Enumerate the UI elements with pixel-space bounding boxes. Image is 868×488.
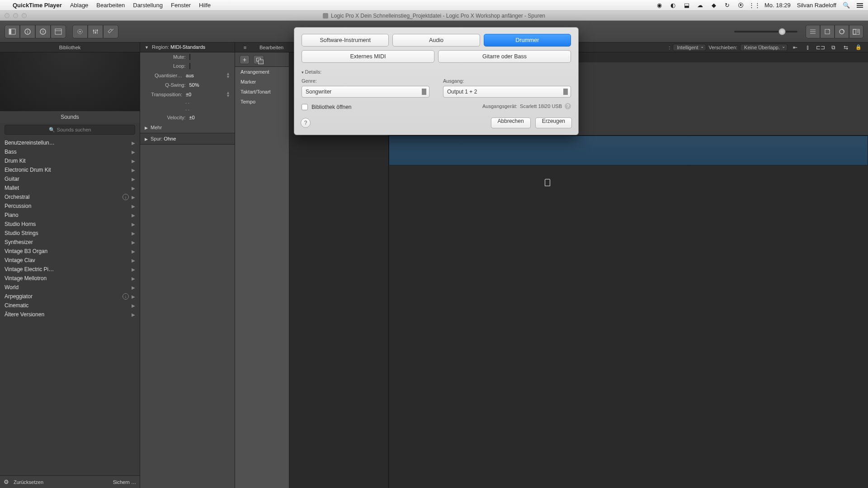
app-name[interactable]: QuickTime Player [13,2,62,9]
timemachine-icon[interactable]: ↻ [724,2,731,9]
snap-mode-select[interactable]: Intelligent [673,44,706,51]
list-item[interactable]: Vintage Electric Pi…▶ [0,265,140,274]
list-item[interactable]: Percussion▶ [0,202,140,211]
drag-mode-select[interactable]: Keine Überlapp. [740,44,788,51]
cancel-button[interactable]: Abbrechen [491,117,531,128]
menu-darstellung[interactable]: Darstellung [133,2,163,9]
cloud-icon[interactable]: ☁ [697,2,704,9]
global-track-arrangement[interactable]: Arrangement [235,67,289,77]
menu-ablage[interactable]: Ablage [70,2,88,9]
edit-menu-icon[interactable]: ≡ [239,45,251,50]
snap-align-icon[interactable]: ⫿ [803,43,813,52]
search-icon[interactable]: 🔍 [843,2,850,9]
list-item[interactable]: Drum Kit▶ [0,156,140,165]
add-track-button[interactable]: + [240,55,250,64]
zoom-slider-knob[interactable] [778,28,786,35]
list-item[interactable]: Cinematic▶ [0,301,140,310]
qswing-value[interactable]: 50% [189,82,231,88]
clock[interactable]: Mo. 18:29 [764,2,791,9]
save-button[interactable]: Sichern … [113,479,136,485]
quickhelp-button[interactable]: ? [35,25,51,38]
tab-drummer[interactable]: Drummer [484,34,571,47]
list-item[interactable]: Studio Strings▶ [0,229,140,238]
list-item[interactable]: Mallet▶ [0,183,140,192]
record-status-icon[interactable]: ◉ [656,2,663,9]
loop-checkbox[interactable] [189,63,190,69]
output-device-info-icon[interactable]: ? [565,103,571,109]
airdrop-icon[interactable]: ⦿ [737,2,745,9]
selected-region[interactable] [389,136,868,165]
global-track-tempo[interactable]: Tempo [235,97,289,107]
browser-button[interactable] [849,25,863,38]
disclosure-triangle-icon[interactable]: ▼ [145,45,149,50]
global-track-marker[interactable]: Marker [235,77,289,87]
open-library-checkbox[interactable] [302,104,308,110]
list-item[interactable]: Ältere Versionen▶ [0,310,140,319]
horizontal-zoom-slider[interactable] [734,31,797,33]
details-disclosure[interactable]: Details: [302,69,571,75]
list-item[interactable]: World▶ [0,283,140,292]
region-header[interactable]: ▼ Region: MIDI-Standards [140,42,235,52]
notepad-button[interactable] [820,25,835,38]
loop-browser-button[interactable] [835,25,849,38]
window-traffic-lights[interactable] [5,13,27,18]
create-button[interactable]: Erzeugen [535,117,572,128]
more-disclosure[interactable]: ▶Mehr [140,122,235,133]
duplicate-track-button[interactable] [253,55,264,64]
editors-button[interactable] [103,25,118,38]
sync-diamond-icon[interactable]: ◆ [710,2,717,9]
mute-checkbox[interactable] [189,54,190,60]
lock-icon[interactable]: 🔒 [854,43,863,52]
velocity-value[interactable]: ±0 [189,115,231,120]
toolbar-toggle-button[interactable] [51,25,66,38]
global-track-signature[interactable]: Taktart/Tonart [235,87,289,97]
genre-select[interactable]: Songwriter▲▼ [302,86,429,98]
tab-guitar-bass[interactable]: Gitarre oder Bass [438,50,571,63]
sounds-search-input[interactable]: 🔍 Sounds suchen [5,125,135,135]
quantize-value[interactable]: aus [186,73,223,78]
tab-software-instrument[interactable]: Software-Instrument [302,34,389,47]
list-item[interactable]: Electronic Drum Kit▶ [0,165,140,174]
track-disclosure[interactable]: ▶Spur: Ohne [140,133,235,145]
menu-bearbeiten[interactable]: Bearbeiten [96,2,125,9]
download-icon[interactable]: ↓ [123,194,129,200]
menu-fenster[interactable]: Fenster [171,2,191,9]
list-editors-button[interactable] [806,25,820,38]
wifi-icon[interactable]: ⋮⋮ [751,2,758,9]
list-item[interactable]: Vintage Clav▶ [0,256,140,265]
mixer-button[interactable] [88,25,103,38]
list-item[interactable]: Vintage Mellotron▶ [0,274,140,283]
notification-center-icon[interactable] [856,2,863,9]
gear-icon[interactable]: ⚙ [4,479,9,485]
output-select[interactable]: Output 1 + 2▲▼ [443,86,571,98]
inspector-toggle-button[interactable]: i [20,25,35,38]
list-item[interactable]: Synthesizer▶ [0,238,140,247]
list-item[interactable]: Orchestral↓▶ [0,192,140,202]
list-item[interactable]: Vintage B3 Organ▶ [0,247,140,256]
download-icon[interactable]: ↓ [123,293,129,300]
edit-menu[interactable]: Bearbeiten [259,45,283,50]
snap-split-icon[interactable]: ⇆ [841,43,851,52]
stepper-icon[interactable]: ▲▼ [226,91,230,98]
list-item[interactable]: Piano▶ [0,211,140,220]
list-item[interactable]: Arpeggiator↓▶ [0,292,140,301]
reset-button[interactable]: Zurücksetzen [14,479,43,485]
stepper-icon[interactable]: ▲▼ [226,72,230,79]
snap-left-icon[interactable]: ⇤ [790,43,800,52]
menu-hilfe[interactable]: Hilfe [199,2,211,9]
list-item[interactable]: Bass▶ [0,147,140,156]
list-item[interactable]: Benutzereinstellun…▶ [0,138,140,147]
user-name[interactable]: Silvan Radeloff [797,2,836,9]
transposition-value[interactable]: ±0 [186,92,223,97]
help-button[interactable]: ? [301,118,311,128]
library-toggle-button[interactable] [5,25,20,38]
app-status-icon[interactable]: ◐ [670,2,677,9]
list-item[interactable]: Guitar▶ [0,174,140,183]
tab-external-midi[interactable]: Externes MIDI [302,50,434,63]
smart-controls-button[interactable] [72,25,88,38]
list-item[interactable]: Studio Horns▶ [0,220,140,229]
snap-join-icon[interactable]: ⧉ [828,43,838,52]
dropbox-icon[interactable]: ⬓ [683,2,690,9]
snap-region-icon[interactable]: ⊏⊐ [816,43,826,52]
tab-audio[interactable]: Audio [392,34,480,47]
